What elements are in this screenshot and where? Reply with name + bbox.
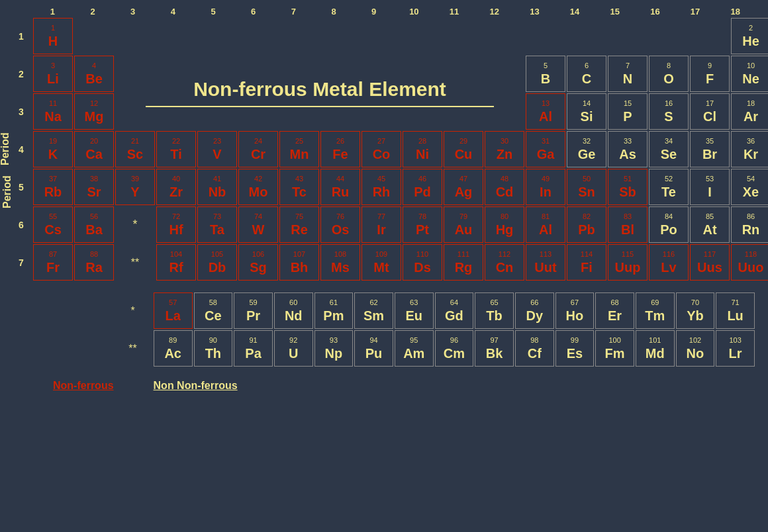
element-cell-O[interactable]: 8O xyxy=(649,56,689,92)
element-cell-Al[interactable]: 81Al xyxy=(526,206,565,243)
element-cell-P[interactable]: 15P xyxy=(608,93,648,130)
element-cell-Rb[interactable]: 37Rb xyxy=(33,169,73,205)
element-cell-At[interactable]: 85At xyxy=(690,206,730,243)
element-cell-Uuo[interactable]: 118Uuo xyxy=(731,244,768,281)
element-cell-Bl[interactable]: 83Bl xyxy=(608,206,648,243)
element-cell-W[interactable]: 74W xyxy=(238,206,278,243)
element-cell-Rf[interactable]: 104Rf xyxy=(156,244,196,281)
element-cell-Pr[interactable]: 59Pr xyxy=(234,292,273,329)
element-cell-Mt[interactable]: 109Mt xyxy=(361,244,401,281)
element-cell-Na[interactable]: 11Na xyxy=(33,93,73,130)
element-cell-Al[interactable]: 13Al xyxy=(526,93,565,130)
element-cell-I[interactable]: 53I xyxy=(690,169,730,205)
element-cell-Nb[interactable]: 41Nb xyxy=(197,169,237,205)
element-cell-Lr[interactable]: 103Lr xyxy=(716,330,755,367)
element-cell-Mn[interactable]: 25Mn xyxy=(279,131,319,167)
element-cell-Li[interactable]: 3Li xyxy=(33,56,73,92)
element-cell-Ac[interactable]: 89Ac xyxy=(154,330,193,367)
element-cell-Cn[interactable]: 112Cn xyxy=(485,244,524,281)
element-cell-Hg[interactable]: 80Hg xyxy=(485,206,524,243)
element-cell-Th[interactable]: 90Th xyxy=(194,330,233,367)
element-cell-Md[interactable]: 101Md xyxy=(636,330,675,367)
element-cell-Sn[interactable]: 50Sn xyxy=(567,169,606,205)
element-cell-Sb[interactable]: 51Sb xyxy=(608,169,648,205)
element-cell-Sg[interactable]: 106Sg xyxy=(238,244,278,281)
element-cell-Fi[interactable]: 114Fi xyxy=(567,244,606,281)
element-cell-Gd[interactable]: 64Gd xyxy=(435,292,474,329)
element-cell-Au[interactable]: 79Au xyxy=(444,206,483,243)
element-cell-Cr[interactable]: 24Cr xyxy=(238,131,278,167)
element-cell-Sc[interactable]: 21Sc xyxy=(115,131,155,167)
element-cell-Ru[interactable]: 44Ru xyxy=(320,169,360,205)
element-cell-La[interactable]: 57La xyxy=(154,292,193,329)
element-cell-Rn[interactable]: 86Rn xyxy=(731,206,768,243)
element-cell-N[interactable]: 7N xyxy=(608,56,648,92)
element-cell-B[interactable]: 5B xyxy=(526,56,565,92)
element-cell-K[interactable]: 19K xyxy=(33,131,73,167)
element-cell-Ag[interactable]: 47Ag xyxy=(444,169,483,205)
element-cell-Pt[interactable]: 78Pt xyxy=(403,206,442,243)
element-cell-In[interactable]: 49In xyxy=(526,169,565,205)
element-cell-Uus[interactable]: 117Uus xyxy=(690,244,730,281)
element-cell-Fr[interactable]: 87Fr xyxy=(33,244,73,281)
element-cell-Zn[interactable]: 30Zn xyxy=(485,131,524,167)
element-cell-Y[interactable]: 39Y xyxy=(115,169,155,205)
element-cell-Pd[interactable]: 46Pd xyxy=(403,169,442,205)
element-cell-H[interactable]: 1H xyxy=(33,18,73,54)
element-cell-Cs[interactable]: 55Cs xyxy=(33,206,73,243)
element-cell-Hf[interactable]: 72Hf xyxy=(156,206,196,243)
element-cell-Cm[interactable]: 96Cm xyxy=(435,330,474,367)
element-cell-Ba[interactable]: 56Ba xyxy=(74,206,114,243)
element-cell-Ir[interactable]: 77Ir xyxy=(361,206,401,243)
element-cell-Tm[interactable]: 69Tm xyxy=(636,292,675,329)
element-cell-Ga[interactable]: 31Ga xyxy=(526,131,565,167)
element-cell-Fm[interactable]: 100Fm xyxy=(595,330,634,367)
element-cell-Bk[interactable]: 97Bk xyxy=(475,330,514,367)
element-cell-Ni[interactable]: 28Ni xyxy=(403,131,442,167)
element-cell-Ds[interactable]: 110Ds xyxy=(403,244,442,281)
element-cell-Db[interactable]: 105Db xyxy=(197,244,237,281)
element-cell-As[interactable]: 33As xyxy=(608,131,648,167)
element-cell-Uup[interactable]: 115Uup xyxy=(608,244,648,281)
element-cell-Br[interactable]: 35Br xyxy=(690,131,730,167)
element-cell-Es[interactable]: 99Es xyxy=(555,330,595,367)
element-cell-Bh[interactable]: 107Bh xyxy=(279,244,319,281)
element-cell-Ca[interactable]: 20Ca xyxy=(74,131,114,167)
element-cell-Am[interactable]: 95Am xyxy=(395,330,434,367)
element-cell-Mg[interactable]: 12Mg xyxy=(74,93,114,130)
element-cell-Lu[interactable]: 71Lu xyxy=(716,292,755,329)
element-cell-Ce[interactable]: 58Ce xyxy=(194,292,233,329)
element-cell-Lv[interactable]: 116Lv xyxy=(649,244,689,281)
element-cell-U[interactable]: 92U xyxy=(274,330,313,367)
element-cell-Tb[interactable]: 65Tb xyxy=(475,292,514,329)
element-cell-Pu[interactable]: 94Pu xyxy=(354,330,393,367)
element-cell-Cf[interactable]: 98Cf xyxy=(515,330,554,367)
element-cell-Be[interactable]: 4Be xyxy=(74,56,114,92)
element-cell-Kr[interactable]: 36Kr xyxy=(731,131,768,167)
element-cell-Tc[interactable]: 43Tc xyxy=(279,169,319,205)
element-cell-Np[interactable]: 93Np xyxy=(314,330,354,367)
element-cell-C[interactable]: 6C xyxy=(567,56,606,92)
element-cell-Pa[interactable]: 91Pa xyxy=(234,330,273,367)
element-cell-Si[interactable]: 14Si xyxy=(567,93,606,130)
element-cell-Rh[interactable]: 45Rh xyxy=(361,169,401,205)
element-cell-Ms[interactable]: 108Ms xyxy=(320,244,360,281)
element-cell-Ra[interactable]: 88Ra xyxy=(74,244,114,281)
element-cell-Te[interactable]: 52Te xyxy=(649,169,689,205)
element-cell-Dy[interactable]: 66Dy xyxy=(515,292,554,329)
element-cell-Mo[interactable]: 42Mo xyxy=(238,169,278,205)
element-cell-Cu[interactable]: 29Cu xyxy=(444,131,483,167)
element-cell-Nd[interactable]: 60Nd xyxy=(274,292,313,329)
element-cell-Cl[interactable]: 17Cl xyxy=(690,93,730,130)
element-cell-Sr[interactable]: 38Sr xyxy=(74,169,114,205)
element-cell-Os[interactable]: 76Os xyxy=(320,206,360,243)
element-cell-Pm[interactable]: 61Pm xyxy=(314,292,354,329)
element-cell-Sm[interactable]: 62Sm xyxy=(354,292,393,329)
element-cell-V[interactable]: 23V xyxy=(197,131,237,167)
element-cell-Yb[interactable]: 70Yb xyxy=(676,292,715,329)
element-cell-Ho[interactable]: 67Ho xyxy=(555,292,595,329)
element-cell-Se[interactable]: 34Se xyxy=(649,131,689,167)
element-cell-Ta[interactable]: 73Ta xyxy=(197,206,237,243)
element-cell-Fe[interactable]: 26Fe xyxy=(320,131,360,167)
element-cell-Re[interactable]: 75Re xyxy=(279,206,319,243)
